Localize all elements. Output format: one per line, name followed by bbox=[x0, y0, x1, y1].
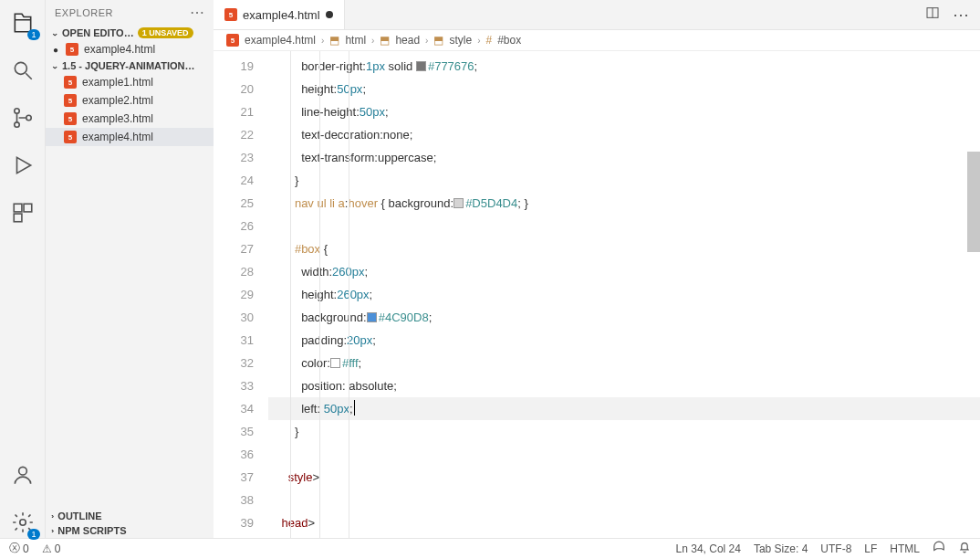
breadcrumb-segment[interactable]: html bbox=[345, 34, 366, 47]
gear-badge: 1 bbox=[27, 529, 39, 540]
html-file-icon: 5 bbox=[64, 76, 77, 89]
activity-bar: 1 1 bbox=[0, 0, 46, 538]
file-name: example3.html bbox=[82, 112, 153, 125]
notifications-icon[interactable] bbox=[958, 541, 971, 556]
outline-label: OUTLINE bbox=[57, 511, 101, 521]
chevron-right-icon: › bbox=[51, 512, 54, 521]
svg-rect-4 bbox=[14, 204, 22, 212]
file-name: example1.html bbox=[82, 76, 153, 89]
tab-bar: 5 example4.html ⋯ bbox=[214, 0, 980, 30]
outline-header[interactable]: ›OUTLINE bbox=[46, 509, 214, 523]
gear-icon[interactable]: 1 bbox=[7, 507, 38, 538]
tab-active[interactable]: 5 example4.html bbox=[214, 0, 345, 29]
search-icon[interactable] bbox=[7, 55, 38, 86]
source-control-icon[interactable] bbox=[7, 102, 38, 133]
tag-icon: ⬒ bbox=[329, 34, 339, 47]
breadcrumb-segment[interactable]: style bbox=[449, 34, 472, 47]
svg-point-2 bbox=[14, 122, 18, 127]
folder-header[interactable]: ⌄ 1.5 - JQUERY-ANIMATION… bbox=[46, 58, 214, 73]
extensions-icon[interactable] bbox=[7, 197, 38, 228]
cursor-position[interactable]: Ln 34, Col 24 bbox=[676, 542, 741, 555]
minimap[interactable] bbox=[967, 51, 980, 538]
file-item[interactable]: 5example3.html bbox=[46, 110, 214, 128]
folder-name: 1.5 - JQUERY-ANIMATION… bbox=[62, 60, 194, 71]
line-numbers: 1920212223242526272829303132333435363738… bbox=[214, 51, 268, 538]
svg-point-7 bbox=[18, 467, 26, 475]
open-editor-item[interactable]: 5example4.html bbox=[46, 40, 214, 58]
unsaved-badge: 1 UNSAVED bbox=[138, 27, 193, 38]
svg-point-3 bbox=[26, 115, 30, 120]
warnings-value: 0 bbox=[55, 542, 61, 555]
warnings-count[interactable]: ⚠ 0 bbox=[42, 542, 61, 555]
breadcrumb-segment[interactable]: example4.html bbox=[245, 34, 316, 47]
breadcrumb-segment[interactable]: #box bbox=[497, 34, 521, 47]
account-icon[interactable] bbox=[7, 459, 38, 490]
html-file-icon: 5 bbox=[226, 34, 239, 47]
html-file-icon: 5 bbox=[64, 94, 77, 107]
explorer-icon[interactable]: 1 bbox=[7, 7, 38, 38]
selector-icon: # bbox=[485, 34, 492, 47]
html-file-icon: 5 bbox=[64, 112, 77, 125]
eol[interactable]: LF bbox=[864, 542, 877, 555]
files-badge: 1 bbox=[27, 29, 39, 40]
tab-size[interactable]: Tab Size: 4 bbox=[754, 542, 808, 555]
run-debug-icon[interactable] bbox=[7, 150, 38, 181]
html-file-icon: 5 bbox=[224, 8, 237, 21]
split-editor-icon[interactable] bbox=[925, 5, 940, 24]
svg-point-1 bbox=[14, 109, 18, 113]
breadcrumbs[interactable]: 5example4.html›⬒html›⬒head›⬒style›##box bbox=[214, 30, 980, 51]
html-file-icon: 5 bbox=[64, 131, 77, 143]
tab-label: example4.html bbox=[243, 8, 320, 22]
errors-count[interactable]: ⓧ 0 bbox=[9, 541, 29, 556]
encoding[interactable]: UTF-8 bbox=[820, 542, 851, 555]
errors-value: 0 bbox=[23, 542, 29, 555]
open-editors-header[interactable]: ⌄ OPEN EDITO… 1 UNSAVED bbox=[46, 26, 214, 40]
status-bar: ⓧ 0 ⚠ 0 Ln 34, Col 24 Tab Size: 4 UTF-8 … bbox=[0, 538, 980, 558]
svg-point-8 bbox=[19, 520, 26, 526]
html-file-icon: 5 bbox=[66, 43, 78, 56]
editor: 5 example4.html ⋯ 5example4.html›⬒html›⬒… bbox=[214, 0, 980, 538]
chevron-right-icon: › bbox=[51, 527, 54, 535]
sidebar: EXPLORER ⋯ ⌄ OPEN EDITO… 1 UNSAVED 5exam… bbox=[46, 0, 214, 538]
language-mode[interactable]: HTML bbox=[890, 542, 920, 555]
file-item[interactable]: 5example1.html bbox=[46, 73, 214, 91]
code-editor[interactable]: 1920212223242526272829303132333435363738… bbox=[214, 51, 980, 538]
tab-more-icon[interactable]: ⋯ bbox=[953, 5, 969, 25]
svg-rect-5 bbox=[24, 204, 32, 212]
open-editors-label: OPEN EDITO… bbox=[62, 27, 134, 38]
feedback-icon[interactable] bbox=[933, 541, 945, 556]
sidebar-title: EXPLORER bbox=[55, 7, 113, 18]
breadcrumb-segment[interactable]: head bbox=[395, 34, 420, 47]
svg-point-0 bbox=[15, 62, 26, 74]
npm-label: NPM SCRIPTS bbox=[57, 525, 126, 536]
file-name: example4.html bbox=[84, 43, 155, 56]
dirty-indicator-icon bbox=[326, 11, 333, 18]
svg-rect-6 bbox=[14, 214, 22, 222]
file-name: example2.html bbox=[82, 94, 153, 107]
file-item[interactable]: 5example4.html bbox=[46, 128, 214, 146]
chevron-down-icon: ⌄ bbox=[51, 62, 58, 70]
tag-icon: ⬒ bbox=[433, 34, 443, 47]
file-name: example4.html bbox=[82, 131, 153, 143]
chevron-down-icon: ⌄ bbox=[51, 29, 58, 37]
sidebar-more-icon[interactable]: ⋯ bbox=[190, 8, 205, 17]
file-item[interactable]: 5example2.html bbox=[46, 91, 214, 110]
npm-scripts-header[interactable]: ›NPM SCRIPTS bbox=[46, 523, 214, 538]
tag-icon: ⬒ bbox=[380, 34, 390, 47]
